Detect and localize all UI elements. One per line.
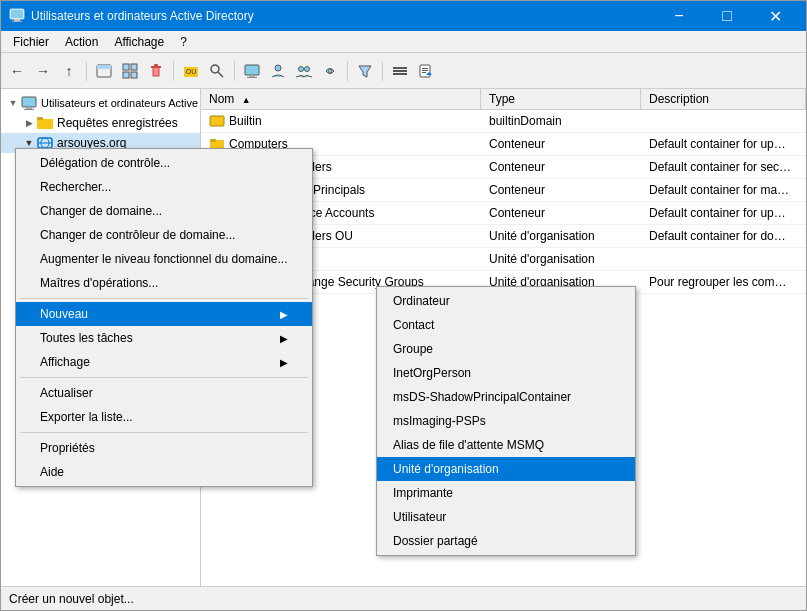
svg-point-21 [275, 65, 281, 71]
maximize-button[interactable]: □ [704, 1, 750, 31]
col-header-name[interactable]: Nom ▲ [201, 89, 481, 109]
svg-rect-26 [393, 67, 407, 69]
sep4 [347, 61, 348, 81]
title-bar: Utilisateurs et ordinateurs Active Direc… [1, 1, 806, 31]
delete-button[interactable] [144, 59, 168, 83]
svg-rect-9 [131, 72, 137, 78]
view-details-button[interactable] [92, 59, 116, 83]
cell-desc: Default container for ma… [641, 181, 806, 199]
title-controls: − □ ✕ [656, 1, 798, 31]
sep2 [173, 61, 174, 81]
ctx-item-exporter-la-liste...[interactable]: Exporter la liste... [16, 405, 312, 429]
svg-rect-7 [131, 64, 137, 70]
cell-type: Conteneur [481, 135, 641, 153]
export-button[interactable] [414, 59, 438, 83]
new-ou-button[interactable]: OU [179, 59, 203, 83]
menu-fichier[interactable]: Fichier [5, 33, 57, 51]
context-menu[interactable]: Délégation de contrôle...Rechercher...Ch… [15, 148, 313, 487]
svg-rect-8 [123, 72, 129, 78]
cell-type: builtinDomain [481, 112, 641, 130]
svg-rect-34 [22, 97, 36, 107]
root-icon [21, 95, 37, 111]
svg-rect-35 [26, 107, 32, 109]
expand-icon-saved: ▶ [21, 115, 37, 131]
svg-rect-18 [245, 65, 259, 75]
user-button[interactable] [266, 59, 290, 83]
svg-rect-36 [24, 109, 34, 110]
builtin-icon [209, 113, 225, 129]
ctx-item-changer-de-contrôleur-de-domaine...[interactable]: Changer de contrôleur de domaine... [16, 223, 312, 247]
ctx-item-aide[interactable]: Aide [16, 460, 312, 484]
window-title: Utilisateurs et ordinateurs Active Direc… [31, 9, 656, 23]
cell-type: Unité d'organisation [481, 227, 641, 245]
view-button[interactable] [388, 59, 412, 83]
cell-desc: Default container for up… [641, 204, 806, 222]
group-button[interactable] [292, 59, 316, 83]
ctx-separator [20, 432, 308, 433]
sep3 [234, 61, 235, 81]
menu-affichage[interactable]: Affichage [106, 33, 172, 51]
ctx-item-maîtres-d'opérations...[interactable]: Maîtres d'opérations... [16, 271, 312, 295]
sep5 [382, 61, 383, 81]
cell-desc: Default container for up… [641, 135, 806, 153]
cell-type: Unité d'organisation [481, 250, 641, 268]
menu-help[interactable]: ? [172, 33, 195, 51]
svg-rect-3 [12, 21, 22, 22]
expand-icon-root: ▼ [5, 95, 21, 111]
menu-bar: Fichier Action Affichage ? [1, 31, 806, 53]
back-button[interactable]: ← [5, 59, 29, 83]
ctx-item-rechercher...[interactable]: Rechercher... [16, 175, 312, 199]
svg-rect-30 [422, 68, 428, 69]
svg-rect-31 [422, 70, 428, 71]
computer-button[interactable] [240, 59, 264, 83]
svg-point-16 [211, 65, 219, 73]
ctx-item-propriétés[interactable]: Propriétés [16, 436, 312, 460]
svg-rect-6 [123, 64, 129, 70]
ctx-item-toutes-les-tâches[interactable]: Toutes les tâches▶ [16, 326, 312, 350]
svg-rect-2 [14, 19, 20, 21]
cell-type: Conteneur [481, 158, 641, 176]
folder-icon-saved [37, 115, 53, 131]
ctx-item-nouveau[interactable]: Nouveau▶ [16, 302, 312, 326]
ctx-item-changer-de-domaine...[interactable]: Changer de domaine... [16, 199, 312, 223]
filter-button[interactable] [353, 59, 377, 83]
ctx-item-augmenter-le-niveau-fonctionnel-du-domaine...[interactable]: Augmenter le niveau fonctionnel du domai… [16, 247, 312, 271]
svg-rect-32 [422, 72, 426, 73]
tree-item-root[interactable]: ▼ Utilisateurs et ordinateurs Active [1, 93, 200, 113]
ctx-separator [20, 298, 308, 299]
svg-rect-19 [249, 75, 255, 77]
link-button[interactable] [318, 59, 342, 83]
minimize-button[interactable]: − [656, 1, 702, 31]
status-bar: Créer un nouvel objet... [1, 586, 806, 610]
col-header-type[interactable]: Type [481, 89, 641, 109]
cell-desc [641, 119, 806, 123]
forward-button[interactable]: → [31, 59, 55, 83]
toolbar: ← → ↑ OU [1, 53, 806, 89]
svg-rect-20 [247, 77, 257, 78]
cell-desc: Default container for do… [641, 227, 806, 245]
close-button[interactable]: ✕ [752, 1, 798, 31]
cell-desc [641, 257, 806, 261]
ctx-item-affichage[interactable]: Affichage▶ [16, 350, 312, 374]
sort-arrow-name: ▲ [242, 95, 251, 105]
submenu-arrow: ▶ [280, 357, 288, 368]
svg-point-22 [299, 66, 304, 71]
menu-action[interactable]: Action [57, 33, 106, 51]
svg-rect-5 [97, 65, 111, 69]
ctx-item-délégation-de-contrôle...[interactable]: Délégation de contrôle... [16, 151, 312, 175]
tree-label-saved: Requêtes enregistrées [57, 116, 178, 130]
cell-type: Unité d'organisation [481, 273, 641, 291]
col-header-desc[interactable]: Description [641, 89, 806, 109]
tree-item-saved-queries[interactable]: ▶ Requêtes enregistrées [1, 113, 200, 133]
cell-desc: Default container for sec… [641, 158, 806, 176]
svg-marker-25 [359, 66, 371, 77]
ctx-item-actualiser[interactable]: Actualiser [16, 381, 312, 405]
svg-rect-28 [393, 73, 407, 75]
up-button[interactable]: ↑ [57, 59, 81, 83]
find-button[interactable] [205, 59, 229, 83]
view-large-button[interactable] [118, 59, 142, 83]
submenu-arrow: ▶ [280, 333, 288, 344]
window-icon [9, 7, 25, 26]
list-row[interactable]: Builtin builtinDomain [201, 110, 806, 133]
cell-desc: Pour regrouper les com… [641, 273, 806, 291]
